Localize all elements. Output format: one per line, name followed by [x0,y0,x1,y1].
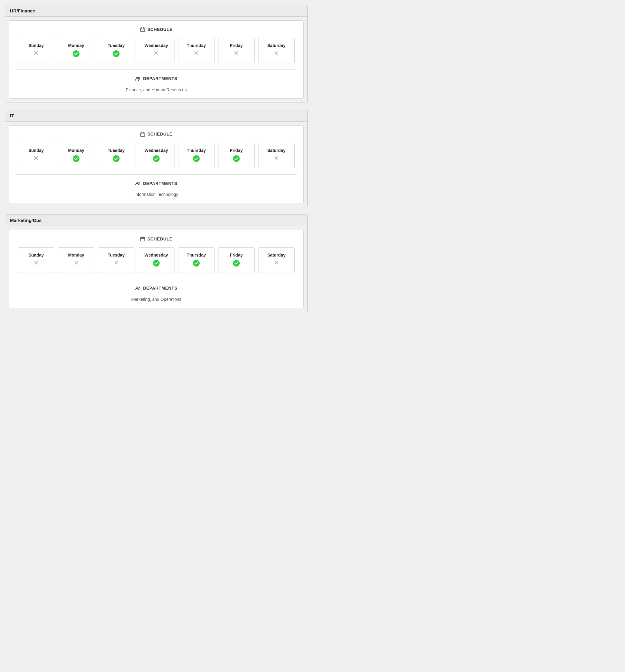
day-name: Wednesday [144,253,168,258]
day-card-hr-finance-saturday: Saturday [258,38,295,63]
section-divider [15,174,297,175]
svg-rect-13 [140,237,145,241]
check-icon [73,155,79,163]
svg-point-12 [138,182,140,184]
day-name: Thursday [187,253,206,258]
cross-icon [154,50,159,57]
check-icon [113,50,119,58]
day-name: Tuesday [108,148,125,153]
day-card-hr-finance-wednesday: Wednesday [138,38,175,63]
svg-point-18 [138,287,140,288]
days-grid-marketing-ops: Sunday Monday Tuesday Wednesday Thursday… [15,247,297,273]
group-block-hr-finance: HR/Finance SCHEDULESunday Monday Tuesday… [5,5,308,102]
check-icon [73,50,79,58]
day-card-it-tuesday: Tuesday [98,143,134,168]
svg-point-7 [113,155,119,162]
cross-icon [274,50,279,57]
day-name: Thursday [187,43,206,48]
departments-text-hr-finance: Finance, and Human Resources [15,87,297,92]
day-name: Saturday [267,148,285,153]
cross-icon [234,50,239,57]
section-divider [15,279,297,279]
day-card-marketing-ops-tuesday: Tuesday [98,247,134,273]
day-card-hr-finance-thursday: Thursday [178,38,214,63]
day-card-it-saturday: Saturday [258,143,295,168]
cross-icon [274,155,279,162]
check-icon [193,155,200,163]
day-name: Monday [68,253,84,258]
group-icon [135,76,140,81]
cross-icon [33,50,39,57]
day-card-marketing-ops-saturday: Saturday [258,247,295,273]
days-grid-hr-finance: Sunday Monday Tuesday Wednesday Thursday… [15,38,297,63]
group-icon [135,181,140,186]
cross-icon [73,260,79,267]
day-card-it-monday: Monday [58,143,94,168]
svg-point-11 [136,182,138,184]
schedule-title-marketing-ops: SCHEDULE [15,236,297,241]
svg-point-10 [233,155,240,162]
cross-icon [114,260,119,267]
cross-icon [193,50,199,57]
schedule-title-it: SCHEDULE [15,131,297,137]
section-divider [15,69,297,70]
check-icon [193,260,200,268]
day-card-hr-finance-monday: Monday [58,38,94,63]
day-name: Tuesday [108,253,125,258]
svg-point-15 [193,260,200,267]
group-header-it: IT [5,110,307,122]
day-card-it-friday: Friday [218,143,255,168]
day-name: Friday [230,253,243,258]
departments-text-it: Information Technology [15,192,297,197]
day-card-marketing-ops-wednesday: Wednesday [138,247,175,273]
schedule-title-hr-finance: SCHEDULE [15,27,297,32]
svg-point-14 [153,260,160,267]
calendar-icon [140,27,145,32]
days-grid-it: Sunday Monday Tuesday Wednesday Thursday… [15,143,297,168]
departments-title-marketing-ops: DEPARTMENTS [15,285,297,290]
svg-rect-0 [140,28,145,31]
svg-point-1 [73,50,79,57]
day-card-marketing-ops-friday: Friday [218,247,255,273]
calendar-icon [140,236,145,241]
day-name: Saturday [267,253,285,258]
day-name: Friday [230,43,243,48]
check-icon [233,260,240,268]
svg-point-6 [73,155,79,162]
day-name: Monday [68,43,84,48]
day-card-marketing-ops-monday: Monday [58,247,94,273]
group-content-marketing-ops: SCHEDULESunday Monday Tuesday Wednesday … [9,230,304,308]
day-name: Sunday [28,43,44,48]
group-content-hr-finance: SCHEDULESunday Monday Tuesday Wednesday … [9,20,304,99]
day-card-it-thursday: Thursday [178,143,214,168]
day-name: Thursday [187,148,206,153]
day-card-marketing-ops-sunday: Sunday [18,247,54,273]
day-card-hr-finance-tuesday: Tuesday [98,38,134,63]
departments-title-hr-finance: DEPARTMENTS [15,76,297,81]
day-card-hr-finance-friday: Friday [218,38,255,63]
day-name: Tuesday [108,43,125,48]
group-content-it: SCHEDULESunday Monday Tuesday Wednesday … [9,125,304,203]
calendar-icon [140,131,145,137]
check-icon [113,155,119,163]
day-card-it-wednesday: Wednesday [138,143,175,168]
svg-point-3 [136,77,138,78]
cross-icon [33,260,39,267]
cross-icon [274,260,279,267]
day-name: Sunday [28,148,44,153]
day-name: Wednesday [144,43,168,48]
day-name: Saturday [267,43,285,48]
svg-point-2 [113,50,119,57]
departments-text-marketing-ops: Marketing, and Operations [15,297,297,302]
svg-point-17 [136,287,138,288]
check-icon [153,155,160,163]
day-card-hr-finance-sunday: Sunday [18,38,54,63]
svg-point-16 [233,260,240,267]
group-block-marketing-ops: Marketing/Ops SCHEDULESunday Monday Tues… [5,214,308,312]
group-icon [135,285,140,290]
day-card-it-sunday: Sunday [18,143,54,168]
svg-point-4 [138,77,140,78]
svg-point-9 [193,155,200,162]
cross-icon [33,155,39,162]
day-name: Monday [68,148,84,153]
